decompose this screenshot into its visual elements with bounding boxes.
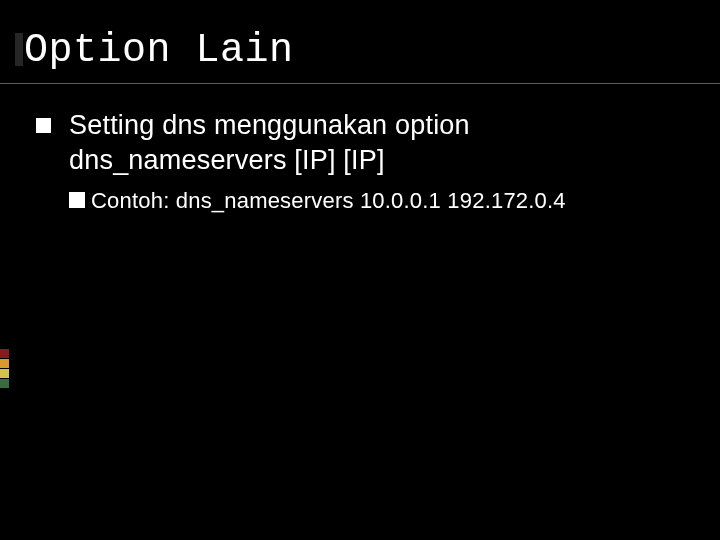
slide-content: Setting dns menggunakan option dns_names… — [0, 84, 720, 216]
sub-bullet-item: Contoh: dns_nameservers 10.0.0.1 192.172… — [36, 187, 684, 216]
slide: Option Lain Setting dns menggunakan opti… — [0, 0, 720, 540]
square-bullet-icon — [36, 118, 51, 133]
accent-bar — [0, 359, 9, 368]
bullet-line-2: dns_nameservers [IP] [IP] — [69, 145, 385, 175]
sub-bullet-text: Contoh: dns_nameservers 10.0.0.1 192.172… — [91, 187, 566, 216]
accent-bar — [0, 379, 9, 388]
accent-bar — [0, 369, 9, 378]
bullet-line-1: Setting dns menggunakan option — [69, 110, 470, 140]
bullet-text: Setting dns menggunakan option dns_names… — [69, 108, 470, 177]
decorative-mark — [15, 33, 23, 66]
accent-bars — [0, 349, 9, 388]
accent-bar — [0, 349, 9, 358]
square-outline-bullet-icon — [69, 192, 85, 208]
bullet-item: Setting dns menggunakan option dns_names… — [36, 108, 684, 177]
slide-title: Option Lain — [0, 0, 720, 73]
